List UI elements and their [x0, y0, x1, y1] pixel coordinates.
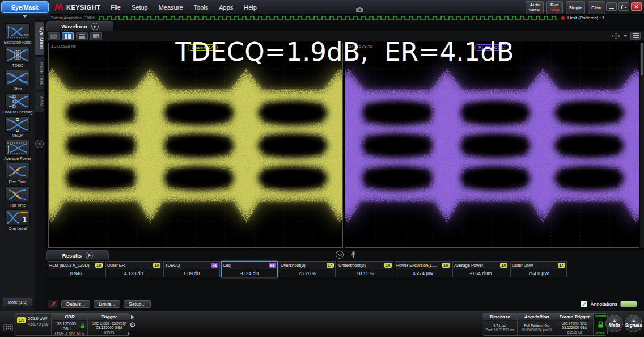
pam4-eye-channel-1a	[49, 43, 342, 247]
gear-icon[interactable]: ⚙	[129, 321, 136, 328]
vertical-scrollbar[interactable]	[640, 43, 644, 248]
result-cell-ceq[interactable]: CeqF1 -0.24 dB	[221, 261, 278, 277]
timebase-panel[interactable]: Timebase 4.71 ps/ Pos: 10.01539 ns	[482, 314, 518, 335]
eye-panel-channel-1a[interactable]: 10.01539 ns Channel 1A	[48, 43, 343, 248]
result-cell-power-excursion[interactable]: Power Excursion(1....1A 455.4 µW	[395, 261, 451, 277]
trigger-source: Src: Clock Recovery	[90, 321, 128, 326]
more-measurements-button[interactable]: More (1/3)	[3, 298, 32, 306]
source-badge-f1: F1	[269, 263, 276, 268]
play-icon[interactable]	[91, 23, 99, 30]
cdr-loop-bandwidth: LBW: 4.000 MHz	[54, 331, 85, 336]
mode-selector: Eye/Mask	[0, 0, 50, 20]
scroll-right-icon[interactable]	[131, 315, 134, 319]
trigger-rate: 53.125000 GBd	[90, 326, 128, 330]
check-icon: ✓	[582, 301, 586, 307]
result-cell-rlm[interactable]: RLM (802.3 A_120D)1A 0.946	[48, 261, 104, 277]
vecp-icon	[6, 118, 29, 132]
setup-button[interactable]: Setup...	[124, 300, 150, 308]
result-cell-average-power[interactable]: Average Power1A -0.64 dBm	[452, 261, 509, 277]
result-cell-outer-er[interactable]: Outer ER1A 4.120 dB	[105, 261, 162, 277]
tab-eye-meas[interactable]: Eye Meas	[35, 22, 44, 55]
single-button[interactable]: Single	[566, 1, 586, 14]
details-button[interactable]: Details...	[61, 300, 90, 308]
tab-mask-test[interactable]: Mask Test	[35, 57, 44, 90]
svg-text:1/0: 1/0	[24, 33, 29, 37]
sidebar-item-oma-at-crossing[interactable]: OMA at Crossing	[1, 93, 34, 115]
restore-button[interactable]	[618, 2, 629, 11]
timebase-scale: 4.71 ps/	[485, 323, 515, 328]
acquisition-panel[interactable]: Acquisition Full Pattern: On 10.99000634…	[518, 314, 556, 335]
tab-pam[interactable]: PAM	[35, 91, 44, 112]
keysight-logo-icon	[54, 3, 63, 11]
annotations-label: Annotations	[590, 301, 617, 307]
sidebar-item-jitter[interactable]: Jitter	[1, 70, 34, 91]
close-button[interactable]: ✕	[631, 2, 642, 11]
auto-scale-button[interactable]: Auto Scale	[526, 1, 544, 14]
channel-offset: 456.70 µW	[28, 322, 48, 327]
chevron-down-icon	[337, 252, 341, 256]
annotations-control: ✓ Annotations	[581, 301, 637, 307]
play-icon[interactable]	[86, 252, 93, 259]
cluster-tools: ⚙	[129, 315, 136, 328]
clear-button[interactable]: Clear	[588, 1, 605, 14]
sidebar-item-vecp[interactable]: VECP	[1, 116, 34, 138]
limits-button[interactable]: Limits...	[94, 300, 120, 308]
menu-items: File Setup Measure Tools Apps Help	[111, 4, 257, 11]
sidebar-item-rise-time[interactable]: Rise Time	[1, 163, 34, 184]
delete-measurement-button[interactable]: ✗	[48, 300, 58, 308]
acquisition-mode: Full Pattern: On	[520, 323, 553, 328]
eye-panel-f1-tdecq[interactable]: 10.01539 ns F1: TDECQ[1]	[345, 43, 639, 248]
one-level-icon: 1	[6, 211, 29, 225]
chevron-down-icon	[23, 15, 27, 18]
eye-diagram-area: TDECQ=1.9dB, ER=4.1dB	[45, 41, 644, 250]
pattern-lock-icon	[598, 321, 604, 328]
tdec-icon	[6, 48, 29, 62]
mode-button-eye-mask[interactable]: Eye/Mask	[1, 1, 49, 13]
result-cell-outer-oma[interactable]: Outer OMA1A 754.0 µW	[510, 261, 567, 277]
menu-apps[interactable]: Apps	[219, 4, 233, 11]
lock-icon	[80, 323, 85, 329]
sidebar-collapse-button[interactable]: «	[35, 140, 44, 148]
run-stop-button[interactable]: Run Stop	[546, 1, 563, 14]
annotations-checkbox[interactable]: ✓	[581, 301, 587, 307]
menu-help[interactable]: Help	[244, 4, 257, 11]
window-controls: ✕	[606, 2, 642, 11]
cdr-panel[interactable]: CDR 53.125000 GBd LBW: 4.000 MHz	[52, 314, 88, 335]
close-icon: ✕	[634, 4, 639, 10]
sidebar-item-one-level[interactable]: 1 One Level	[1, 209, 34, 231]
source-badge-1a: 1A	[558, 263, 565, 268]
trigger-panel[interactable]: Trigger Src: Clock Recovery 53.125000 GB…	[88, 314, 130, 335]
mode-dropdown[interactable]	[0, 13, 50, 19]
panel-grid-button[interactable]	[3, 324, 13, 331]
screenshot-camera-icon[interactable]	[356, 5, 363, 15]
frame-trigger-rate: 53.125000 GBd	[558, 326, 591, 330]
source-badge-1a: 1A	[153, 263, 160, 268]
result-cell-undershoot[interactable]: Undershoot(0)1A 18.11 %	[337, 261, 393, 277]
measurement-sidebar: 1/0 Extinction Ratio TDEC Jitter	[0, 20, 35, 311]
result-cell-tdecq[interactable]: TDECQF1 1.89 dB	[163, 261, 220, 277]
sidebar-item-average-power[interactable]: Average Power	[1, 140, 34, 161]
menu-measure[interactable]: Measure	[159, 4, 183, 11]
tab-results[interactable]: Results	[46, 250, 109, 260]
menu-setup[interactable]: Setup	[132, 4, 148, 11]
sidebar-item-tdec[interactable]: TDEC	[1, 47, 34, 68]
collapse-results-button[interactable]	[336, 251, 344, 259]
annotations-color-button[interactable]	[620, 301, 637, 307]
result-cell-overshoot[interactable]: Overshoot(0)1A 23.28 %	[279, 261, 336, 277]
pin-icon[interactable]	[351, 251, 356, 258]
tab-waveform[interactable]: Waveform	[46, 21, 113, 31]
channel-scale-panel[interactable]: 1A 205.0 µW/ 456.70 µW	[14, 314, 52, 335]
signals-button[interactable]: Signals	[625, 315, 642, 332]
menu-file[interactable]: File	[111, 4, 121, 11]
sidebar-item-extinction-ratio[interactable]: 1/0 Extinction Ratio	[1, 23, 34, 45]
menu-tools[interactable]: Tools	[194, 4, 209, 11]
source-badge-1a: 1A	[384, 263, 392, 268]
sidebar-item-fall-time[interactable]: Fall Time	[1, 186, 34, 208]
math-button[interactable]: Math	[605, 315, 623, 332]
minimize-button[interactable]	[606, 2, 617, 11]
average-power-icon	[6, 141, 29, 155]
status-bar: 1A 205.0 µW/ 456.70 µW CDR 53.125000 GBd…	[0, 311, 644, 337]
cdr-rate: 53.125000 GBd	[54, 321, 79, 331]
rise-time-icon	[6, 165, 29, 178]
frame-trigger-panel[interactable]: Frame Trigger Src: Front Panel 53.125000…	[556, 314, 594, 335]
